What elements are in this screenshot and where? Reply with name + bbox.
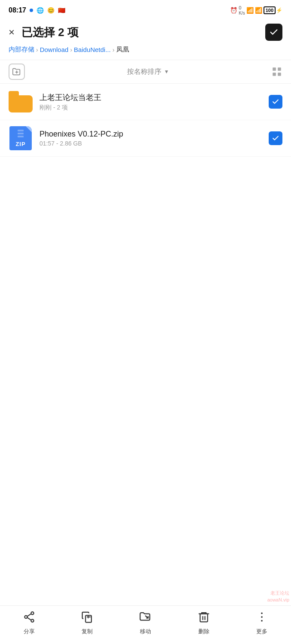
speed-label: 0K/s — [239, 5, 245, 15]
zip-decoration — [18, 130, 24, 137]
zip-name: Phoenixes V0.12-PC.zip — [39, 130, 264, 139]
bottom-nav: 分享 复制 移动 — [0, 605, 291, 644]
svg-point-19 — [261, 612, 263, 614]
breadcrumb-baidu[interactable]: BaiduNetdi... — [74, 46, 111, 53]
breadcrumb-sep-2: › — [70, 46, 72, 53]
svg-line-9 — [27, 614, 31, 616]
zip-checkbox[interactable] — [269, 131, 282, 145]
breadcrumb-internal-storage[interactable]: 内部存储 — [9, 46, 34, 54]
view-toggle-button[interactable] — [271, 66, 282, 77]
breadcrumb: 内部存储 › Download › BaiduNetdi... › 凤凰 — [0, 46, 291, 60]
breadcrumb-sep-1: › — [36, 46, 38, 53]
signal-4g-2: 📶 — [255, 7, 262, 14]
zip-info: Phoenixes V0.12-PC.zip 01:57 - 2.86 GB — [39, 130, 264, 147]
check-all-button[interactable] — [265, 24, 282, 41]
breadcrumb-sep-3: › — [112, 46, 115, 53]
folder-meta: 刚刚 - 2 项 — [39, 104, 264, 112]
nav-move[interactable]: 移动 — [116, 607, 175, 639]
watermark: 老王论坛 aowaN.vip — [267, 590, 291, 603]
folder-name: 上老王论坛当老王 — [39, 92, 264, 103]
svg-rect-16 — [200, 614, 208, 622]
check-all-icon — [269, 27, 279, 37]
nav-more[interactable]: 更多 — [233, 607, 291, 639]
svg-point-6 — [31, 612, 33, 614]
nav-share[interactable]: 分享 — [0, 607, 58, 639]
svg-point-7 — [24, 615, 27, 618]
svg-rect-4 — [273, 73, 276, 76]
signal-4g-1: 📶 — [246, 7, 254, 14]
alarm-icon: ⏰ — [230, 7, 237, 14]
copy-label: 复制 — [82, 628, 93, 635]
folder-check-icon — [272, 98, 279, 106]
status-dot — [30, 9, 33, 12]
copy-icon — [81, 611, 94, 625]
svg-rect-5 — [278, 73, 281, 76]
folder-checkbox[interactable] — [269, 95, 282, 109]
status-icon-4: 🇨🇳 — [58, 7, 65, 14]
toolbar: 按名称排序 ▼ — [0, 60, 291, 84]
close-button[interactable]: × — [9, 27, 15, 37]
svg-point-21 — [261, 620, 263, 621]
breadcrumb-download[interactable]: Download — [40, 46, 69, 53]
nav-copy[interactable]: 复制 — [58, 607, 117, 639]
sort-label: 按名称排序 — [127, 67, 161, 76]
status-icon-2: 🌐 — [36, 7, 44, 14]
status-time: 08:17 — [9, 6, 26, 14]
zip-meta: 01:57 - 2.86 GB — [39, 140, 264, 147]
battery-text: 100 — [264, 6, 276, 14]
list-item[interactable]: ZIP Phoenixes V0.12-PC.zip 01:57 - 2.86 … — [0, 120, 291, 157]
status-right-icons: ⏰ 0K/s 📶 📶 100 ⚡ — [230, 5, 282, 15]
battery-indicator: 100 ⚡ — [264, 6, 282, 14]
more-icon — [255, 611, 268, 625]
sort-arrow-icon: ▼ — [164, 69, 169, 75]
folder-info: 上老王论坛当老王 刚刚 - 2 项 — [39, 92, 264, 112]
svg-line-10 — [27, 617, 31, 620]
selection-title: 已选择 2 项 — [21, 25, 79, 40]
zip-text-label: ZIP — [15, 141, 25, 147]
folder-icon — [9, 90, 33, 114]
share-icon — [23, 611, 36, 625]
status-bar: 08:17 🌐 😊 🇨🇳 ⏰ 0K/s 📶 📶 100 ⚡ — [0, 0, 291, 19]
svg-point-8 — [31, 619, 33, 622]
svg-rect-2 — [273, 67, 276, 71]
zip-icon: ZIP — [9, 126, 33, 150]
move-label: 移动 — [140, 628, 151, 635]
list-item[interactable]: 上老王论坛当老王 刚刚 - 2 项 — [0, 84, 291, 120]
nav-delete[interactable]: 删除 — [175, 607, 233, 639]
move-icon — [139, 611, 152, 625]
new-folder-button[interactable] — [9, 64, 25, 80]
breadcrumb-current: 凤凰 — [116, 46, 129, 54]
delete-icon — [197, 611, 210, 625]
svg-rect-3 — [278, 67, 281, 71]
grid-view-icon — [271, 66, 282, 77]
more-label: 更多 — [256, 628, 267, 635]
status-icon-3: 😊 — [47, 7, 55, 14]
svg-point-20 — [261, 616, 263, 618]
new-folder-icon — [12, 67, 21, 76]
zip-check-icon — [272, 134, 279, 142]
file-list: 上老王论坛当老王 刚刚 - 2 项 ZIP Phoenixes V0.12-PC… — [0, 84, 291, 195]
sort-button[interactable]: 按名称排序 ▼ — [127, 67, 169, 76]
delete-label: 删除 — [198, 628, 209, 635]
share-label: 分享 — [24, 628, 35, 635]
battery-bolt: ⚡ — [276, 7, 282, 13]
action-bar: × 已选择 2 项 — [0, 19, 291, 46]
